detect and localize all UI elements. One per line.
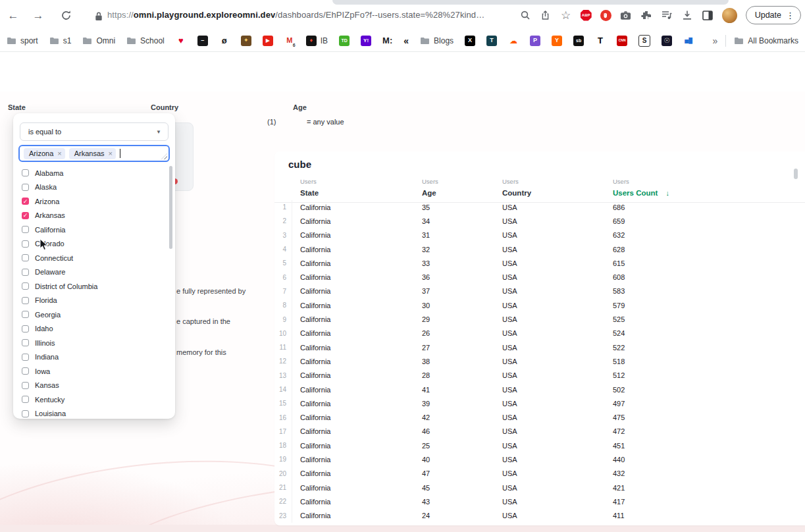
checkbox-unchecked[interactable] — [22, 254, 29, 261]
browser-profile-avatar[interactable] — [722, 8, 737, 23]
column-header-users-count[interactable]: UsersUsers Count↓ — [605, 178, 805, 198]
state-option-alabama[interactable]: Alabama — [13, 166, 175, 180]
age-filter-value[interactable]: = any value — [307, 118, 344, 126]
all-bookmarks[interactable]: All Bookmarks — [734, 36, 798, 45]
nyt-icon[interactable]: T — [595, 36, 606, 46]
td-icon[interactable]: TD — [339, 36, 350, 46]
sort-desc-icon[interactable]: ↓ — [665, 189, 669, 197]
hackernews-icon[interactable]: Y — [552, 36, 562, 46]
checkbox-unchecked[interactable] — [22, 339, 29, 346]
state-option-kansas[interactable]: Kansas — [13, 379, 175, 393]
iheartradio-icon[interactable]: ♥ — [176, 36, 186, 46]
column-header-age[interactable]: UsersAge — [414, 178, 494, 198]
checkbox-unchecked[interactable] — [22, 410, 29, 417]
checkbox-unchecked[interactable] — [22, 282, 29, 290]
checkbox-unchecked[interactable] — [22, 382, 29, 389]
cnn-icon[interactable]: CNN — [617, 36, 627, 46]
x-twitter-icon[interactable]: X — [465, 36, 475, 46]
resize-handle[interactable] — [161, 153, 167, 159]
bookmark-folder-s1[interactable]: s1 — [49, 36, 72, 45]
substack-icon[interactable]: S — [638, 35, 650, 47]
checkbox-unchecked[interactable] — [22, 325, 29, 332]
checkbox-checked[interactable]: ✓ — [22, 198, 29, 205]
state-option-arizona[interactable]: ✓Arizona — [13, 194, 175, 209]
state-option-delaware[interactable]: Delaware — [13, 265, 175, 280]
state-option-arkansas[interactable]: ✓Arkansas — [13, 209, 175, 223]
planet-icon[interactable]: ☉ — [662, 36, 672, 46]
bookmark-folder-sport[interactable]: sport — [7, 36, 38, 45]
state-option-illinois[interactable]: Illinois — [13, 336, 175, 350]
bookmark-folder-blogs[interactable]: Blogs — [420, 36, 454, 45]
bookmark-folder-omni[interactable]: Omni — [82, 36, 115, 45]
state-option-alaska[interactable]: Alaska — [13, 180, 175, 195]
hand-stop-icon[interactable] — [600, 10, 611, 21]
state-option-idaho[interactable]: Idaho — [13, 322, 175, 336]
back-icon[interactable]: ← — [7, 9, 20, 22]
dark-site-icon[interactable]: – — [197, 36, 208, 46]
checkbox-unchecked[interactable] — [22, 396, 29, 403]
p-gradient-icon[interactable]: P — [530, 36, 540, 46]
state-option-california[interactable]: California — [13, 223, 175, 237]
bookmark-folder-school[interactable]: School — [126, 36, 165, 45]
teal-t-icon[interactable]: T — [486, 36, 497, 46]
browser-menu-icon[interactable]: ⋮ — [786, 11, 794, 20]
soundcloud-icon[interactable]: ☁ — [508, 36, 519, 46]
adblock-plus-icon[interactable]: ABP — [581, 10, 592, 21]
state-values-input[interactable]: Arizona×Arkansas× — [18, 145, 170, 162]
chart-bars-icon[interactable]: ▅█ — [683, 36, 694, 46]
m-colon-bookmark[interactable]: M: — [382, 36, 392, 45]
checkbox-unchecked[interactable] — [22, 169, 29, 176]
operator-select[interactable]: is equal to ▼ — [20, 122, 169, 141]
checkbox-unchecked[interactable] — [22, 226, 29, 233]
favicon-sub: 6 — [293, 43, 296, 47]
checkbox-unchecked[interactable] — [22, 367, 29, 375]
state-option-colorado[interactable]: Colorado — [13, 237, 175, 252]
zoom-search-icon[interactable] — [519, 9, 531, 21]
filter-chip-arkansas[interactable]: Arkansas× — [69, 148, 116, 159]
youtube-icon[interactable]: ▶ — [263, 36, 273, 46]
lock-icon[interactable] — [92, 9, 105, 22]
update-button[interactable]: Update ⋮ — [746, 6, 801, 24]
checkbox-unchecked[interactable] — [22, 354, 29, 361]
download-icon[interactable] — [681, 9, 693, 21]
state-option-connecticut[interactable]: Connecticut — [13, 251, 175, 265]
state-option-georgia[interactable]: Georgia — [13, 307, 175, 322]
state-option-district-of-columbia[interactable]: District of Columbia — [13, 279, 175, 294]
split-view-icon[interactable] — [702, 9, 714, 21]
address-bar[interactable]: https://omni.playground.exploreomni.dev/… — [107, 10, 484, 20]
state-option-kentucky[interactable]: Kentucky — [13, 392, 175, 407]
gmail-icon[interactable]: M6 — [284, 36, 295, 46]
state-option-florida[interactable]: Florida — [13, 294, 175, 308]
state-option-louisiana[interactable]: Louisiana — [13, 407, 175, 419]
checkbox-checked[interactable]: ✓ — [22, 212, 29, 219]
checkbox-unchecked[interactable] — [22, 184, 29, 191]
column-header-state[interactable]: UsersState — [292, 178, 414, 198]
checkbox-unchecked[interactable] — [22, 297, 29, 304]
sb-icon[interactable]: sb — [573, 36, 584, 46]
checkbox-unchecked[interactable] — [22, 311, 29, 318]
crest-icon[interactable]: ✦ — [241, 36, 251, 46]
chevrons-left-icon[interactable]: « — [403, 36, 409, 46]
vertical-scrollbar-thumb[interactable] — [794, 169, 798, 179]
chip-remove-icon[interactable]: × — [57, 150, 61, 157]
share-icon[interactable] — [540, 9, 552, 21]
forward-icon[interactable]: → — [32, 9, 45, 22]
bookmark-star-icon[interactable]: ☆ — [560, 9, 572, 21]
playlist-icon[interactable] — [661, 9, 673, 21]
extensions-puzzle-icon[interactable] — [640, 9, 652, 21]
state-option-indiana[interactable]: Indiana — [13, 350, 175, 365]
chip-remove-icon[interactable]: × — [109, 150, 113, 157]
checkbox-unchecked[interactable] — [22, 269, 29, 276]
filter-chip-arizona[interactable]: Arizona× — [24, 148, 65, 159]
state-option-iowa[interactable]: Iowa — [13, 364, 175, 379]
list-scrollbar-thumb[interactable] — [169, 166, 172, 249]
camera-icon[interactable] — [620, 9, 632, 21]
checkbox-unchecked[interactable] — [22, 240, 29, 248]
column-header-country[interactable]: UsersCountry — [494, 178, 605, 198]
reload-icon[interactable] — [59, 9, 72, 22]
yahoo-icon[interactable]: Y! — [361, 36, 371, 46]
bookmarks-overflow-chevron[interactable]: » — [713, 36, 718, 46]
peloton-icon[interactable]: ø — [219, 36, 230, 46]
ib-flame-icon[interactable]: ♦IB — [306, 36, 328, 46]
app-header: Instant Dash Filters ★ FileEditViewHelp … — [0, 53, 805, 92]
